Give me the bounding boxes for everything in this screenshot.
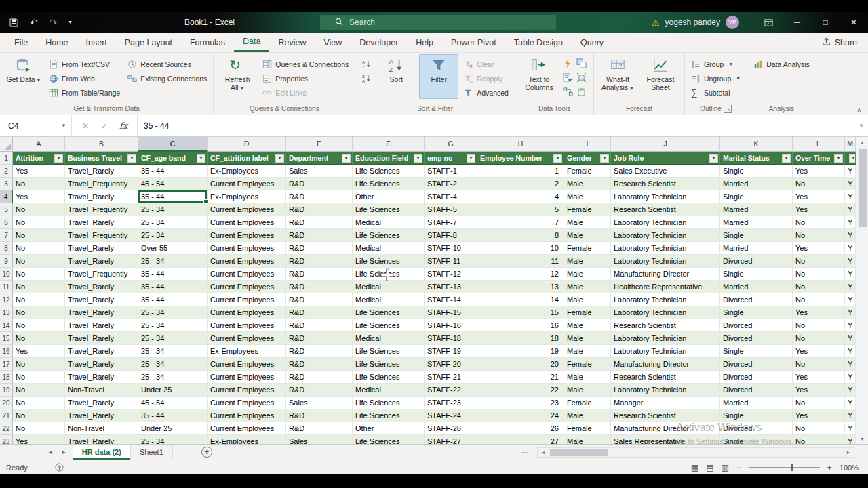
- cell-E9[interactable]: R&D: [286, 255, 353, 268]
- table-header-C[interactable]: CF_age band▼: [138, 152, 208, 165]
- column-header-I[interactable]: I: [564, 137, 611, 152]
- filter-button[interactable]: ▼: [709, 154, 718, 163]
- cell-L17[interactable]: No: [793, 358, 845, 371]
- row-header-1[interactable]: 1: [0, 152, 13, 165]
- cell-E11[interactable]: R&D: [286, 281, 353, 293]
- cell-K19[interactable]: Divorced: [720, 384, 793, 396]
- column-header-B[interactable]: B: [65, 137, 138, 152]
- cell-L9[interactable]: No: [793, 255, 845, 268]
- cell-B6[interactable]: Travel_Rarely: [65, 216, 138, 229]
- tab-file[interactable]: File: [5, 33, 37, 52]
- cell-L21[interactable]: Yes: [793, 409, 845, 422]
- cell-F5[interactable]: Life Sciences: [353, 203, 425, 216]
- qat-customize-button[interactable]: ▾: [68, 20, 71, 25]
- properties-button[interactable]: Properties: [260, 71, 351, 85]
- cell-L23[interactable]: No: [793, 435, 845, 444]
- row-header-14[interactable]: 14: [0, 319, 13, 332]
- cell-F19[interactable]: Medical: [353, 384, 425, 396]
- vertical-scrollbar[interactable]: ▲ ▼: [856, 137, 868, 444]
- cell-G2[interactable]: STAFF-1: [425, 165, 477, 178]
- advanced-filter-button[interactable]: Advanced: [462, 85, 511, 100]
- cell-M3[interactable]: Y: [845, 178, 856, 190]
- name-box[interactable]: C4 ▼: [0, 115, 72, 136]
- cell-C3[interactable]: 45 - 54: [138, 178, 208, 190]
- cell-K16[interactable]: Single: [720, 345, 793, 358]
- cell-G19[interactable]: STAFF-22: [425, 384, 477, 396]
- cell-H18[interactable]: 21: [477, 371, 564, 384]
- cell-H12[interactable]: 14: [477, 293, 564, 306]
- column-header-E[interactable]: E: [286, 137, 353, 152]
- cell-G4[interactable]: STAFF-4: [425, 190, 477, 203]
- cell-A12[interactable]: No: [13, 293, 65, 306]
- cell-E16[interactable]: R&D: [286, 345, 353, 358]
- row-header-18[interactable]: 18: [0, 371, 13, 384]
- cell-K15[interactable]: Divorced: [720, 332, 793, 345]
- cell-K14[interactable]: Divorced: [720, 319, 793, 332]
- cell-M11[interactable]: Y: [845, 281, 856, 293]
- text-to-columns-button[interactable]: Text to Columns: [519, 54, 559, 99]
- cell-G13[interactable]: STAFF-15: [425, 306, 477, 319]
- filter-button-ribbon[interactable]: Filter: [419, 54, 458, 99]
- cell-G5[interactable]: STAFF-5: [425, 203, 477, 216]
- cell-K9[interactable]: Divorced: [720, 255, 793, 268]
- cell-K17[interactable]: Divorced: [720, 358, 793, 371]
- scroll-up-icon[interactable]: ▲: [856, 137, 868, 148]
- enter-check-icon[interactable]: ✓: [95, 121, 114, 131]
- cell-F20[interactable]: Life Sciences: [353, 396, 425, 409]
- column-header-G[interactable]: G: [425, 137, 477, 152]
- filter-button[interactable]: ▼: [834, 154, 843, 163]
- filter-button[interactable]: ▼: [127, 154, 136, 163]
- cell-A18[interactable]: No: [13, 371, 65, 384]
- cell-I9[interactable]: Male: [564, 255, 611, 268]
- cell-A17[interactable]: No: [13, 358, 65, 371]
- cell-E7[interactable]: R&D: [286, 229, 353, 242]
- cell-I8[interactable]: Female: [564, 242, 611, 255]
- zoom-level[interactable]: 100%: [840, 464, 859, 472]
- cell-C12[interactable]: 35 - 44: [138, 293, 208, 306]
- cell-K18[interactable]: Divorced: [720, 371, 793, 384]
- horizontal-scroll-thumb[interactable]: [550, 449, 608, 456]
- cell-A2[interactable]: Yes: [13, 165, 65, 178]
- cell-K4[interactable]: Single: [720, 190, 793, 203]
- cell-D19[interactable]: Current Employees: [208, 384, 286, 396]
- cell-C17[interactable]: 25 - 34: [138, 358, 208, 371]
- cell-E6[interactable]: R&D: [286, 216, 353, 229]
- cell-H13[interactable]: 15: [477, 306, 564, 319]
- cell-H2[interactable]: 1: [477, 165, 564, 178]
- cell-G17[interactable]: STAFF-20: [425, 358, 477, 371]
- insert-function-icon[interactable]: fx: [114, 121, 133, 131]
- cell-C10[interactable]: 35 - 44: [138, 268, 208, 281]
- cell-I5[interactable]: Female: [564, 203, 611, 216]
- cell-J6[interactable]: Laboratory Technician: [611, 216, 720, 229]
- tab-insert[interactable]: Insert: [77, 33, 116, 52]
- tab-help[interactable]: Help: [407, 33, 442, 52]
- cell-J12[interactable]: Laboratory Technician: [611, 293, 720, 306]
- cell-B8[interactable]: Travel_Rarely: [65, 242, 138, 255]
- filter-button[interactable]: ▼: [342, 154, 351, 163]
- horizontal-scrollbar[interactable]: ◄ ►: [537, 447, 854, 458]
- cell-K5[interactable]: Married: [720, 203, 793, 216]
- cell-F14[interactable]: Life Sciences: [353, 319, 425, 332]
- queries-connections-button[interactable]: Queries & Connections: [260, 57, 351, 71]
- cell-J2[interactable]: Sales Executive: [611, 165, 720, 178]
- cell-J19[interactable]: Laboratory Technician: [611, 384, 720, 396]
- minimize-button[interactable]: ─: [783, 12, 811, 33]
- cell-B19[interactable]: Non-Travel: [65, 384, 138, 396]
- cell-E2[interactable]: Sales: [286, 165, 353, 178]
- account-name[interactable]: yogesh pandey: [665, 18, 720, 27]
- cell-M19[interactable]: Y: [845, 384, 856, 396]
- group-button[interactable]: Group▼: [689, 57, 743, 71]
- cell-D23[interactable]: Ex-Employees: [208, 435, 286, 444]
- table-header-F[interactable]: Education Field▼: [353, 152, 425, 165]
- cell-I23[interactable]: Male: [564, 435, 611, 444]
- row-header-15[interactable]: 15: [0, 332, 13, 345]
- cell-L13[interactable]: Yes: [793, 306, 845, 319]
- cell-A21[interactable]: No: [13, 409, 65, 422]
- sort-descending-button[interactable]: ZA: [359, 71, 373, 85]
- cell-H16[interactable]: 19: [477, 345, 564, 358]
- tab-overflow-icon[interactable]: ⋯: [521, 445, 529, 460]
- row-header-5[interactable]: 5: [0, 203, 13, 216]
- cell-D13[interactable]: Current Employees: [208, 306, 286, 319]
- remove-duplicates-icon[interactable]: [576, 57, 588, 69]
- sheet-tab-hr-data[interactable]: HR data (2): [73, 445, 131, 460]
